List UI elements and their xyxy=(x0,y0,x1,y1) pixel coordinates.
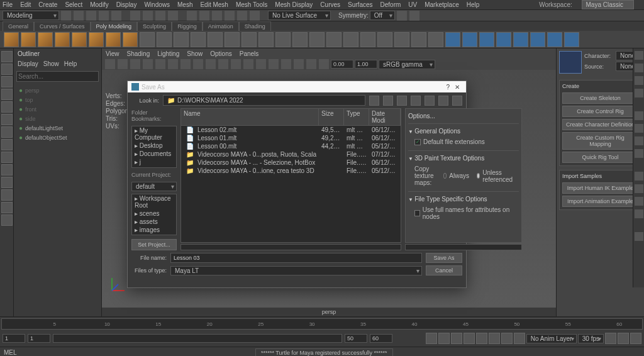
shelf-item-icon[interactable] xyxy=(377,32,392,47)
shelf-tab[interactable]: Curves / Surfaces xyxy=(34,21,91,31)
tool-icon[interactable] xyxy=(1,51,13,62)
project-folder-item[interactable]: ▸ Workspace Root xyxy=(132,194,176,209)
file-row[interactable]: 📄Lesson 02.mlt49,52 KiBmlt File06/12/202… xyxy=(181,126,401,134)
menu-mesh[interactable]: Mesh xyxy=(177,1,192,8)
vp-tool-icon[interactable] xyxy=(243,59,253,69)
panel-icon[interactable] xyxy=(635,136,643,145)
bookmarks-list[interactable]: ▸ My Computer▸ Desktop▸ Documents▸ j xyxy=(131,126,177,168)
tool-icon[interactable] xyxy=(1,152,13,163)
tool-icon[interactable] xyxy=(397,11,407,21)
pref-icon[interactable] xyxy=(630,333,641,344)
path-field[interactable]: 📁D:\WORKS\MAYA 2022 xyxy=(163,95,365,106)
vp-tool-icon[interactable] xyxy=(206,59,216,69)
current-project-select[interactable]: default xyxy=(131,182,177,191)
vp-tool-icon[interactable] xyxy=(281,59,291,69)
shelf-item-icon[interactable] xyxy=(547,32,562,47)
outliner-item[interactable]: ●side xyxy=(16,114,99,123)
shelf-item-icon[interactable] xyxy=(360,32,375,47)
view-list-icon[interactable] xyxy=(411,96,421,106)
shelf-item-icon[interactable] xyxy=(292,32,308,47)
save-button[interactable]: Save As xyxy=(426,253,462,263)
panel-icon[interactable] xyxy=(635,184,643,193)
shelf-item-icon[interactable] xyxy=(411,32,426,47)
menu-select[interactable]: Select xyxy=(65,1,82,8)
undo-icon[interactable] xyxy=(99,11,109,21)
live-surface-select[interactable]: No Live Surface xyxy=(268,11,331,20)
shelf-item-icon[interactable] xyxy=(4,32,19,47)
viewport-menu[interactable]: Options xyxy=(210,50,231,57)
color-space-select[interactable]: sRGB gamma xyxy=(379,60,435,69)
up-icon[interactable] xyxy=(383,96,393,106)
sel-vertex-icon[interactable] xyxy=(130,11,140,21)
project-folder-item[interactable]: ▸ scenes xyxy=(132,209,176,218)
tool-icon[interactable] xyxy=(409,11,419,21)
menu-curves[interactable]: Curves xyxy=(320,1,340,8)
shelf-tab[interactable]: Rigging xyxy=(172,21,203,31)
shelf-tab[interactable]: Poly Modeling xyxy=(91,21,138,31)
outliner-menu[interactable]: Show xyxy=(43,60,59,67)
viewport-menu[interactable]: Shading xyxy=(127,50,150,57)
vp-tool-icon[interactable] xyxy=(256,59,266,69)
panel-icon[interactable] xyxy=(635,197,643,206)
panel-icon[interactable] xyxy=(635,64,643,72)
menu-windows[interactable]: Windows xyxy=(144,1,170,8)
play-end-icon[interactable] xyxy=(514,333,525,344)
fps-select[interactable]: 30 fps xyxy=(578,334,604,343)
vp-tool-icon[interactable] xyxy=(180,59,191,69)
vp-tool-icon[interactable] xyxy=(155,59,165,69)
shelf-item-icon[interactable] xyxy=(106,32,121,47)
help-button[interactable]: ? xyxy=(443,84,452,91)
redo-icon[interactable] xyxy=(111,11,121,21)
shelf-item-icon[interactable] xyxy=(530,32,545,47)
workspace-value[interactable]: Maya Classic xyxy=(582,0,634,9)
panel-icon[interactable] xyxy=(635,232,643,241)
vp-tool-icon[interactable] xyxy=(231,59,241,69)
copy-always-radio[interactable] xyxy=(443,173,447,179)
shelf-item-icon[interactable] xyxy=(225,32,240,47)
shelf-item-icon[interactable] xyxy=(242,32,257,47)
vp-tool-icon[interactable] xyxy=(294,59,304,69)
tool-icon[interactable] xyxy=(1,189,13,201)
viewport-menu[interactable]: Panels xyxy=(240,50,259,57)
panel-icon[interactable] xyxy=(635,124,643,133)
import-button[interactable]: Import Human IK Example xyxy=(562,182,638,194)
shelf-item-icon[interactable] xyxy=(462,32,477,47)
tool-icon[interactable] xyxy=(1,202,13,213)
menu-surfaces[interactable]: Surfaces xyxy=(348,1,372,8)
file-name-input[interactable] xyxy=(170,253,422,263)
play-forward-icon[interactable] xyxy=(476,333,487,344)
viewport-menu[interactable]: Lighting xyxy=(157,50,179,57)
vp-tool-icon[interactable] xyxy=(143,59,153,69)
symmetry-select[interactable]: Off xyxy=(370,11,395,20)
outliner-item[interactable]: ●top xyxy=(16,95,99,104)
filetype-options-header[interactable]: File Type Specific Options xyxy=(408,194,519,204)
time-slider[interactable]: 51015202530354045505560 xyxy=(1,318,643,330)
range-in[interactable] xyxy=(28,334,50,343)
open-icon[interactable] xyxy=(74,11,84,21)
menu-help[interactable]: Help xyxy=(467,1,480,8)
general-options-header[interactable]: General Options xyxy=(408,126,519,136)
file-row[interactable]: 📁Videocorso MAYA - ... - Selezione, HotB… xyxy=(181,159,401,167)
create-button[interactable]: Create Custom Rig Mapping xyxy=(562,132,638,150)
tool-icon[interactable] xyxy=(1,76,13,87)
create-button[interactable]: Create Character Definition xyxy=(562,119,638,130)
project-folder-item[interactable]: ▸ images xyxy=(132,226,176,234)
vp-tool-icon[interactable] xyxy=(130,59,140,69)
range-out[interactable] xyxy=(345,334,367,343)
sel-object-icon[interactable] xyxy=(168,11,178,21)
outliner-menu[interactable]: Display xyxy=(18,60,38,67)
shelf-item-icon[interactable] xyxy=(38,32,53,47)
tool-icon[interactable] xyxy=(1,126,13,138)
vp-tool-icon[interactable] xyxy=(193,59,203,69)
project-folders-list[interactable]: ▸ Workspace Root▸ scenes▸ assets▸ images… xyxy=(131,194,177,236)
snap-center-icon[interactable] xyxy=(237,11,247,21)
file-list-header[interactable]: NameSizeTypeDate Modi xyxy=(181,109,401,126)
viewport-menu[interactable]: Show xyxy=(187,50,203,57)
menu-create[interactable]: Create xyxy=(38,1,57,8)
shelf-item-icon[interactable] xyxy=(326,32,341,47)
range-start[interactable] xyxy=(3,334,25,343)
menu-deform[interactable]: Deform xyxy=(380,1,401,8)
tool-icon[interactable] xyxy=(1,214,13,226)
vp-tool-icon[interactable] xyxy=(218,59,228,69)
shelf-tab[interactable]: General xyxy=(3,21,34,31)
